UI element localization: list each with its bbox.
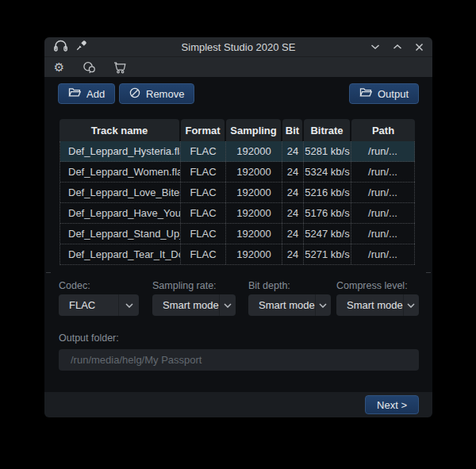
table-cell: FLAC [181, 203, 226, 223]
table-cell: FLAC [181, 183, 226, 202]
bit-depth-select-value: Smart mode [248, 299, 315, 311]
table-cell: /run/... [351, 203, 415, 223]
footer-bar: Next > [44, 392, 432, 417]
codec-select[interactable]: FLAC [59, 294, 139, 316]
table-cell: 192000 [226, 244, 282, 264]
compress-level-select-value: Smart mode [336, 299, 403, 311]
table-row[interactable]: Def_Leppard_Stand_Up_(...FLAC19200024524… [60, 224, 415, 244]
table-cell: /run/... [351, 162, 415, 182]
table-cell: 24 [282, 162, 304, 182]
table-cell: 24 [282, 224, 304, 244]
splitter-mark-right [426, 272, 431, 275]
add-button-label: Add [86, 88, 105, 100]
table-body: Def_Leppard_Hysteria.flacFLAC19200024528… [60, 141, 415, 265]
table-row[interactable]: Def_Leppard_Tear_It_Do...FLAC19200024527… [60, 244, 415, 265]
compress-level-select[interactable]: Smart mode [336, 294, 419, 316]
close-icon[interactable] [415, 43, 424, 52]
table-cell: FLAC [181, 224, 226, 244]
sampling-rate-label: Sampling rate: [152, 280, 217, 291]
table-cell: FLAC [181, 141, 226, 161]
chevron-down-icon [315, 294, 331, 316]
chevron-down-icon [118, 294, 139, 316]
titlebar: Simplest Studio 2020 SE [44, 37, 432, 56]
table-cell: 5281 kb/s [304, 141, 351, 161]
chevron-down-icon [219, 294, 236, 316]
table-cell: 192000 [226, 224, 282, 244]
folder-open-icon [68, 87, 81, 100]
chevron-down-icon [403, 294, 419, 316]
table-cell: 24 [282, 183, 304, 202]
table-cell: /run/... [351, 183, 415, 202]
compress-level-label: Compress level: [336, 280, 408, 291]
next-button[interactable]: Next > [365, 395, 419, 414]
table-row[interactable]: Def_Leppard_Have_You_...FLAC192000245176… [60, 203, 415, 224]
folder-open-icon [359, 87, 372, 100]
table-cell: Def_Leppard_Have_You_... [60, 203, 181, 223]
table-cell: 24 [282, 244, 304, 264]
table-cell: 5271 kb/s [304, 244, 351, 264]
table-cell: 192000 [226, 141, 282, 161]
track-table: Track name Format Sampling Bit Bitrate P… [60, 119, 415, 265]
bit-depth-select[interactable]: Smart mode [248, 294, 331, 316]
table-cell: /run/... [351, 141, 415, 161]
feedback-icon[interactable] [83, 61, 96, 74]
column-header-path[interactable]: Path [351, 119, 415, 141]
app-window: Simplest Studio 2020 SE ⚙ [44, 37, 432, 417]
remove-button-label: Remove [146, 88, 184, 100]
table-cell: Def_Leppard_Stand_Up_(... [60, 224, 181, 244]
table-cell: FLAC [181, 244, 226, 264]
settings-icon[interactable]: ⚙ [52, 61, 66, 73]
bit-depth-label: Bit depth: [248, 280, 290, 291]
table-cell: /run/... [351, 244, 415, 264]
table-cell: 5247 kb/s [304, 224, 351, 244]
table-cell: 24 [282, 141, 304, 161]
column-header-format[interactable]: Format [181, 119, 225, 141]
table-cell: 192000 [226, 183, 282, 202]
codec-select-value: FLAC [59, 299, 118, 311]
maximize-icon[interactable] [393, 44, 402, 50]
output-button-label: Output [378, 88, 409, 100]
remove-button[interactable]: Remove [119, 83, 194, 104]
column-header-bitrate[interactable]: Bitrate [304, 119, 350, 141]
sampling-rate-select[interactable]: Smart mode [152, 294, 236, 316]
table-cell: Def_Leppard_Hysteria.flac [60, 141, 181, 161]
toolbar: ⚙ [44, 56, 432, 77]
table-cell: Def_Leppard_Women.flac [60, 162, 181, 182]
table-cell: 5176 kb/s [304, 203, 351, 223]
column-header-sampling[interactable]: Sampling [226, 119, 281, 141]
table-cell: 24 [282, 203, 304, 223]
output-folder-label: Output folder: [59, 333, 119, 344]
sampling-rate-select-value: Smart mode [152, 299, 219, 311]
output-folder-input[interactable] [59, 349, 419, 371]
remove-circle-icon [129, 87, 140, 101]
table-cell: Def_Leppard_Tear_It_Do... [60, 244, 181, 264]
table-cell: 192000 [226, 203, 282, 223]
table-row[interactable]: Def_Leppard_Women.flacFLAC192000245324 k… [60, 162, 415, 183]
minimize-icon[interactable] [370, 44, 380, 50]
splitter-mark-left [46, 272, 51, 275]
table-cell: 5216 kb/s [304, 183, 351, 202]
table-cell: /run/... [351, 224, 415, 244]
table-cell: Def_Leppard_Love_Bites.... [60, 183, 181, 202]
table-cell: FLAC [181, 162, 226, 182]
headphones-icon [53, 40, 68, 55]
column-header-track-name[interactable]: Track name [60, 119, 179, 141]
table-row[interactable]: Def_Leppard_Hysteria.flacFLAC19200024528… [60, 141, 415, 162]
table-cell: 192000 [226, 162, 282, 182]
pin-icon[interactable] [76, 40, 86, 54]
output-button[interactable]: Output [349, 83, 419, 104]
table-row[interactable]: Def_Leppard_Love_Bites....FLAC1920002452… [60, 183, 415, 203]
main-content: Add Remove Output Track nam [44, 77, 432, 392]
cart-icon[interactable] [113, 61, 126, 74]
add-button[interactable]: Add [58, 83, 115, 104]
table-header: Track name Format Sampling Bit Bitrate P… [60, 119, 415, 141]
codec-label: Codec: [59, 280, 90, 291]
column-header-bit[interactable]: Bit [282, 119, 302, 141]
table-cell: 5324 kb/s [304, 162, 351, 182]
next-button-label: Next > [377, 399, 407, 411]
